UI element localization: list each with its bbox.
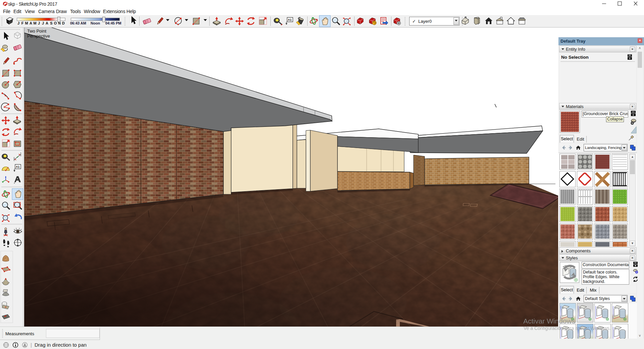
svg-text:A1: A1 [16, 165, 20, 168]
svg-text:A1: A1 [288, 18, 292, 21]
svg-text:Perspective: Perspective [27, 34, 50, 39]
svg-text:Two Point: Two Point [27, 29, 46, 34]
svg-text:N: N [16, 240, 18, 242]
